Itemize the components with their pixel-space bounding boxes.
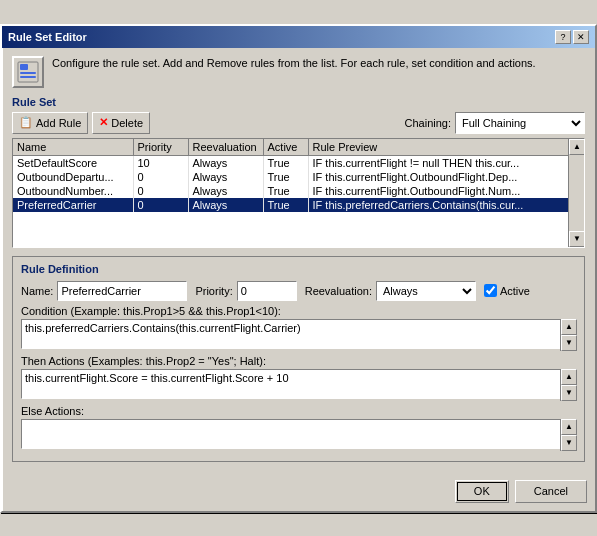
then-container: this.currentFlight.Score = this.currentF… [21,369,576,401]
title-bar: Rule Set Editor ? ✕ [2,26,595,48]
active-checkbox[interactable] [484,284,497,297]
form-row-main: Name: Priority: Reevaluation: Always Nev… [21,281,576,301]
svg-rect-2 [20,72,36,74]
table-cell-4: IF this.currentFlight.OutboundFlight.Num… [308,184,584,198]
name-label: Name: [21,285,53,297]
then-scroll-up[interactable]: ▲ [561,369,577,385]
window-title: Rule Set Editor [8,31,87,43]
table-cell-1: 0 [133,170,188,184]
chaining-select[interactable]: Full Chaining No Chaining Sequential [455,112,585,134]
table-cell-2: Always [188,170,263,184]
condition-textarea[interactable]: this.preferredCarriers.Contains(this.cur… [21,319,576,349]
name-input[interactable] [57,281,187,301]
delete-label: Delete [111,117,143,129]
active-group: Active [484,284,530,297]
priority-group: Priority: [195,281,296,301]
table-cell-1: 10 [133,155,188,170]
content-area: Configure the rule set. Add and Remove r… [2,48,595,476]
toolbar-right: Chaining: Full Chaining No Chaining Sequ… [405,112,585,134]
rule-definition-section: Rule Definition Name: Priority: Reevalua… [12,256,585,462]
else-scrollbar: ▲ ▼ [560,419,576,451]
table-cell-2: Always [188,184,263,198]
svg-rect-3 [20,76,36,78]
title-bar-controls: ? ✕ [555,30,589,44]
reevaluation-label: Reevaluation: [305,285,372,297]
col-active: Active [263,139,308,156]
col-preview: Rule Preview [308,139,584,156]
info-icon [12,56,44,88]
help-button[interactable]: ? [555,30,571,44]
rule-def-label: Rule Definition [21,263,576,275]
table-row[interactable]: PreferredCarrier0AlwaysTrueIF this.prefe… [13,198,584,212]
table-cell-0: PreferredCarrier [13,198,133,212]
svg-rect-1 [20,64,28,70]
condition-scrollbar: ▲ ▼ [560,319,576,351]
condition-container: this.preferredCarriers.Contains(this.cur… [21,319,576,351]
delete-button[interactable]: ✕ Delete [92,112,150,134]
col-name: Name [13,139,133,156]
col-reevaluation: Reevaluation [188,139,263,156]
info-panel: Configure the rule set. Add and Remove r… [12,56,585,88]
ok-button[interactable]: OK [455,480,509,503]
col-priority: Priority [133,139,188,156]
else-label: Else Actions: [21,405,576,417]
rule-set-editor-window: Rule Set Editor ? ✕ Configure the rule s… [0,24,597,513]
table-cell-4: IF this.currentFlight != null THEN this.… [308,155,584,170]
table-cell-3: True [263,184,308,198]
table-cell-4: IF this.preferredCarriers.Contains(this.… [308,198,584,212]
cancel-button[interactable]: Cancel [515,480,587,503]
table-cell-1: 0 [133,198,188,212]
reevaluation-group: Reevaluation: Always Never [305,281,476,301]
rules-table-container: Name Priority Reevaluation Active Rule P… [12,138,585,248]
table-cell-3: True [263,170,308,184]
priority-input[interactable] [237,281,297,301]
chaining-label: Chaining: [405,117,451,129]
then-label: Then Actions (Examples: this.Prop2 = "Ye… [21,355,576,367]
name-group: Name: [21,281,187,301]
table-cell-3: True [263,198,308,212]
table-header-row: Name Priority Reevaluation Active Rule P… [13,139,584,156]
table-cell-4: IF this.currentFlight.OutboundFlight.Dep… [308,170,584,184]
toolbar: 📋 Add Rule ✕ Delete Chaining: Full Chain… [12,112,585,134]
condition-scroll-up[interactable]: ▲ [561,319,577,335]
rules-table: Name Priority Reevaluation Active Rule P… [13,139,584,212]
condition-label: Condition (Example: this.Prop1>5 && this… [21,305,576,317]
add-icon: 📋 [19,116,33,129]
table-cell-1: 0 [133,184,188,198]
scroll-track [569,155,584,231]
else-container: ▲ ▼ [21,419,576,451]
scroll-down-btn[interactable]: ▼ [569,231,585,247]
then-scrollbar: ▲ ▼ [560,369,576,401]
table-cell-0: OutboundDepartu... [13,170,133,184]
scroll-up-btn[interactable]: ▲ [569,139,585,155]
table-cell-0: OutboundNumber... [13,184,133,198]
add-rule-button[interactable]: 📋 Add Rule [12,112,88,134]
add-rule-label: Add Rule [36,117,81,129]
table-row[interactable]: SetDefaultScore10AlwaysTrueIF this.curre… [13,155,584,170]
condition-scroll-down[interactable]: ▼ [561,335,577,351]
table-row[interactable]: OutboundDepartu...0AlwaysTrueIF this.cur… [13,170,584,184]
footer: OK Cancel [2,476,595,511]
else-scroll-up[interactable]: ▲ [561,419,577,435]
active-label: Active [500,285,530,297]
table-cell-0: SetDefaultScore [13,155,133,170]
table-scrollbar[interactable]: ▲ ▼ [568,139,584,247]
reevaluation-select[interactable]: Always Never [376,281,476,301]
delete-icon: ✕ [99,116,108,129]
toolbar-left: 📋 Add Rule ✕ Delete [12,112,150,134]
then-textarea[interactable]: this.currentFlight.Score = this.currentF… [21,369,576,399]
table-cell-2: Always [188,198,263,212]
else-scroll-down[interactable]: ▼ [561,435,577,451]
priority-label: Priority: [195,285,232,297]
rule-set-section-label: Rule Set [12,96,585,108]
info-description: Configure the rule set. Add and Remove r… [52,56,585,71]
else-textarea[interactable] [21,419,576,449]
table-cell-3: True [263,155,308,170]
table-row[interactable]: OutboundNumber...0AlwaysTrueIF this.curr… [13,184,584,198]
close-button[interactable]: ✕ [573,30,589,44]
then-scroll-down[interactable]: ▼ [561,385,577,401]
table-cell-2: Always [188,155,263,170]
